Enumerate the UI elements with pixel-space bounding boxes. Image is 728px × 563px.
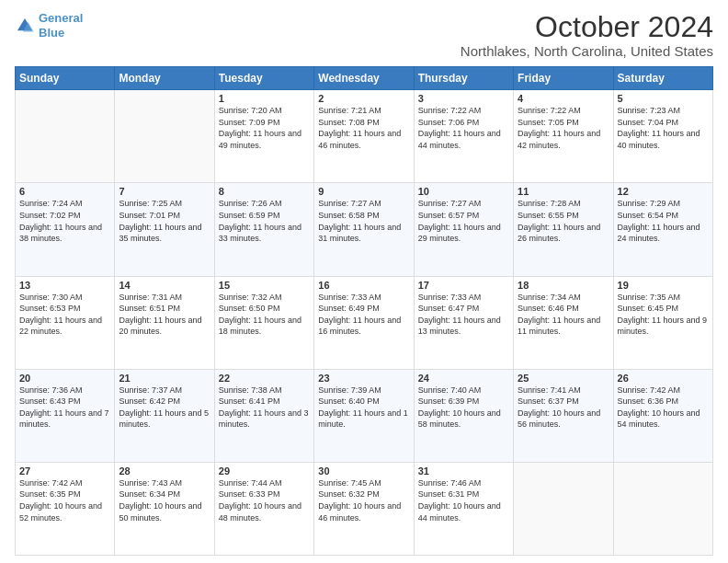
day-info: Sunrise: 7:20 AMSunset: 7:09 PMDaylight:… (219, 105, 310, 151)
subtitle: Northlakes, North Carolina, United State… (461, 43, 713, 59)
table-row: 31Sunrise: 7:46 AMSunset: 6:31 PMDayligh… (414, 462, 513, 555)
day-number: 28 (119, 465, 210, 477)
day-number: 11 (518, 186, 609, 197)
day-number: 5 (618, 93, 709, 104)
day-info: Sunrise: 7:34 AMSunset: 6:46 PMDaylight:… (518, 292, 609, 338)
logo-text: General Blue (39, 11, 83, 40)
logo-line1: General (39, 11, 83, 25)
day-info: Sunrise: 7:46 AMSunset: 6:31 PMDaylight:… (418, 477, 509, 523)
table-row: 19Sunrise: 7:35 AMSunset: 6:45 PMDayligh… (613, 276, 712, 369)
main-title: October 2024 (461, 11, 713, 43)
table-row: 24Sunrise: 7:40 AMSunset: 6:39 PMDayligh… (414, 369, 513, 462)
table-row: 4Sunrise: 7:22 AMSunset: 7:05 PMDaylight… (514, 90, 613, 183)
title-block: October 2024 Northlakes, North Carolina,… (461, 11, 713, 59)
day-info: Sunrise: 7:26 AMSunset: 6:59 PMDaylight:… (219, 198, 310, 244)
day-info: Sunrise: 7:40 AMSunset: 6:39 PMDaylight:… (418, 385, 509, 431)
day-number: 7 (119, 186, 210, 197)
day-info: Sunrise: 7:43 AMSunset: 6:34 PMDaylight:… (119, 477, 210, 523)
day-number: 9 (318, 186, 409, 197)
col-wednesday: Wednesday (314, 67, 414, 90)
day-number: 22 (219, 373, 310, 384)
calendar-week-row: 13Sunrise: 7:30 AMSunset: 6:53 PMDayligh… (16, 276, 713, 369)
col-saturday: Saturday (613, 67, 712, 90)
day-number: 30 (318, 465, 409, 477)
day-info: Sunrise: 7:45 AMSunset: 6:32 PMDaylight:… (318, 477, 409, 523)
day-number: 4 (518, 93, 609, 104)
day-number: 16 (318, 280, 409, 291)
day-info: Sunrise: 7:24 AMSunset: 7:02 PMDaylight:… (19, 198, 110, 244)
table-row (16, 90, 115, 183)
table-row: 10Sunrise: 7:27 AMSunset: 6:57 PMDayligh… (414, 183, 513, 276)
day-info: Sunrise: 7:37 AMSunset: 6:42 PMDaylight:… (119, 385, 210, 431)
day-info: Sunrise: 7:44 AMSunset: 6:33 PMDaylight:… (219, 477, 310, 523)
day-number: 13 (19, 280, 110, 291)
calendar-week-row: 1Sunrise: 7:20 AMSunset: 7:09 PMDaylight… (16, 90, 713, 183)
col-monday: Monday (115, 67, 214, 90)
day-number: 26 (618, 373, 709, 384)
calendar-week-row: 6Sunrise: 7:24 AMSunset: 7:02 PMDaylight… (16, 183, 713, 276)
table-row: 8Sunrise: 7:26 AMSunset: 6:59 PMDaylight… (214, 183, 313, 276)
day-info: Sunrise: 7:38 AMSunset: 6:41 PMDaylight:… (219, 385, 310, 431)
logo-line2: Blue (39, 26, 64, 40)
table-row: 7Sunrise: 7:25 AMSunset: 7:01 PMDaylight… (115, 183, 214, 276)
day-info: Sunrise: 7:42 AMSunset: 6:36 PMDaylight:… (618, 385, 709, 431)
table-row: 17Sunrise: 7:33 AMSunset: 6:47 PMDayligh… (414, 276, 513, 369)
page: General Blue October 2024 Northlakes, No… (0, 0, 728, 563)
table-row: 18Sunrise: 7:34 AMSunset: 6:46 PMDayligh… (514, 276, 613, 369)
calendar-week-row: 20Sunrise: 7:36 AMSunset: 6:43 PMDayligh… (16, 369, 713, 462)
day-number: 23 (318, 373, 409, 384)
col-sunday: Sunday (16, 67, 115, 90)
table-row: 26Sunrise: 7:42 AMSunset: 6:36 PMDayligh… (613, 369, 712, 462)
day-info: Sunrise: 7:27 AMSunset: 6:58 PMDaylight:… (318, 198, 409, 244)
day-info: Sunrise: 7:42 AMSunset: 6:35 PMDaylight:… (19, 477, 110, 523)
day-info: Sunrise: 7:31 AMSunset: 6:51 PMDaylight:… (119, 292, 210, 338)
col-tuesday: Tuesday (214, 67, 313, 90)
table-row: 1Sunrise: 7:20 AMSunset: 7:09 PMDaylight… (214, 90, 313, 183)
day-number: 18 (518, 280, 609, 291)
calendar-table: Sunday Monday Tuesday Wednesday Thursday… (15, 66, 713, 556)
day-number: 17 (418, 280, 509, 291)
table-row: 21Sunrise: 7:37 AMSunset: 6:42 PMDayligh… (115, 369, 214, 462)
day-info: Sunrise: 7:22 AMSunset: 7:05 PMDaylight:… (518, 105, 609, 151)
day-info: Sunrise: 7:29 AMSunset: 6:54 PMDaylight:… (618, 198, 709, 244)
col-friday: Friday (514, 67, 613, 90)
day-number: 2 (318, 93, 409, 104)
day-number: 27 (19, 465, 110, 477)
day-info: Sunrise: 7:28 AMSunset: 6:55 PMDaylight:… (518, 198, 609, 244)
table-row: 22Sunrise: 7:38 AMSunset: 6:41 PMDayligh… (214, 369, 313, 462)
calendar-header-row: Sunday Monday Tuesday Wednesday Thursday… (16, 67, 713, 90)
day-info: Sunrise: 7:33 AMSunset: 6:49 PMDaylight:… (318, 292, 409, 338)
day-info: Sunrise: 7:25 AMSunset: 7:01 PMDaylight:… (119, 198, 210, 244)
table-row: 12Sunrise: 7:29 AMSunset: 6:54 PMDayligh… (613, 183, 712, 276)
day-number: 10 (418, 186, 509, 197)
day-number: 19 (618, 280, 709, 291)
table-row: 29Sunrise: 7:44 AMSunset: 6:33 PMDayligh… (214, 462, 313, 555)
day-info: Sunrise: 7:22 AMSunset: 7:06 PMDaylight:… (418, 105, 509, 151)
table-row (115, 90, 214, 183)
day-number: 24 (418, 373, 509, 384)
logo: General Blue (15, 11, 83, 40)
day-info: Sunrise: 7:21 AMSunset: 7:08 PMDaylight:… (318, 105, 409, 151)
calendar-week-row: 27Sunrise: 7:42 AMSunset: 6:35 PMDayligh… (16, 462, 713, 555)
day-number: 3 (418, 93, 509, 104)
day-info: Sunrise: 7:41 AMSunset: 6:37 PMDaylight:… (518, 385, 609, 431)
table-row: 15Sunrise: 7:32 AMSunset: 6:50 PMDayligh… (214, 276, 313, 369)
table-row: 2Sunrise: 7:21 AMSunset: 7:08 PMDaylight… (314, 90, 414, 183)
day-info: Sunrise: 7:32 AMSunset: 6:50 PMDaylight:… (219, 292, 310, 338)
day-number: 1 (219, 93, 310, 104)
day-info: Sunrise: 7:39 AMSunset: 6:40 PMDaylight:… (318, 385, 409, 431)
table-row (613, 462, 712, 555)
day-number: 21 (119, 373, 210, 384)
table-row: 30Sunrise: 7:45 AMSunset: 6:32 PMDayligh… (314, 462, 414, 555)
day-number: 15 (219, 280, 310, 291)
day-number: 6 (19, 186, 110, 197)
table-row (514, 462, 613, 555)
table-row: 23Sunrise: 7:39 AMSunset: 6:40 PMDayligh… (314, 369, 414, 462)
day-number: 12 (618, 186, 709, 197)
day-info: Sunrise: 7:36 AMSunset: 6:43 PMDaylight:… (19, 385, 110, 431)
logo-icon (15, 16, 35, 36)
table-row: 11Sunrise: 7:28 AMSunset: 6:55 PMDayligh… (514, 183, 613, 276)
day-number: 14 (119, 280, 210, 291)
table-row: 25Sunrise: 7:41 AMSunset: 6:37 PMDayligh… (514, 369, 613, 462)
day-info: Sunrise: 7:35 AMSunset: 6:45 PMDaylight:… (618, 292, 709, 338)
